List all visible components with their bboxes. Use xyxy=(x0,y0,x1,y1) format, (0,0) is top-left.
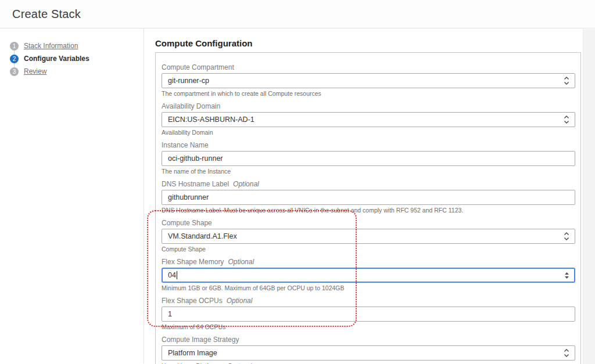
select-chevrons-icon xyxy=(563,76,570,85)
step-label-review[interactable]: Review xyxy=(24,67,46,75)
select-value: Platform Image xyxy=(168,349,217,357)
input-value: oci-github-runner xyxy=(168,154,223,163)
field-helper: DNS Hostname Label. Must be unique acros… xyxy=(162,207,575,214)
field-compute-image-strategy: Compute Image Strategy Platform Image Us… xyxy=(162,336,575,364)
field-helper: Minimum 1GB or 6GB. Maximum of 64GB per … xyxy=(162,284,575,291)
main-content: Compute Configuration Compute Compartmen… xyxy=(144,28,595,363)
select-value: git-runner-cp xyxy=(168,77,209,85)
field-label: Flex Shape OCPUs xyxy=(162,297,223,305)
compute-compartment-select[interactable]: git-runner-cp xyxy=(162,73,575,88)
step-review[interactable]: 3 Review xyxy=(10,65,144,78)
field-helper: Compute Shape xyxy=(162,246,575,253)
field-flex-shape-memory: Flex Shape MemoryOptional 04 Minimum 1GB… xyxy=(162,258,575,291)
dns-hostname-input[interactable]: githubrunner xyxy=(162,190,575,205)
step-label-stack-information[interactable]: Stack Information xyxy=(24,42,78,50)
select-value: VM.Standard.A1.Flex xyxy=(168,232,237,240)
step-stack-information[interactable]: 1 Stack Information xyxy=(10,39,144,52)
select-chevrons-icon xyxy=(563,115,570,124)
flex-shape-ocpus-input[interactable]: 1 xyxy=(162,307,575,322)
step-number-badge: 3 xyxy=(10,67,19,76)
page-title: Create Stack xyxy=(12,8,81,21)
field-helper: The name of the Instance xyxy=(162,168,575,175)
field-label: Availability Domain xyxy=(162,102,220,110)
number-spinner-icon[interactable] xyxy=(564,272,569,279)
optional-tag: Optional xyxy=(227,297,253,305)
page-header: Create Stack xyxy=(0,0,595,28)
field-label: Flex Shape Memory xyxy=(162,258,224,266)
field-compute-compartment: Compute Compartment git-runner-cp The co… xyxy=(162,63,575,97)
field-label: Compute Shape xyxy=(162,219,212,227)
field-label: Compute Compartment xyxy=(162,63,234,71)
step-number-badge: 1 xyxy=(10,42,19,51)
select-chevrons-icon xyxy=(563,232,570,241)
step-configure-variables[interactable]: 2 Configure Variables xyxy=(10,52,144,65)
compute-image-strategy-select[interactable]: Platform Image xyxy=(162,345,575,361)
field-helper: The compartment in which to create all C… xyxy=(162,90,575,97)
optional-tag: Optional xyxy=(228,258,254,266)
scrollbar-track[interactable] xyxy=(583,29,595,364)
field-dns-hostname-label: DNS Hostname LabelOptional githubrunner … xyxy=(162,180,575,214)
step-number-badge: 2 xyxy=(10,55,19,63)
select-chevrons-icon xyxy=(563,348,570,358)
section-heading: Compute Configuration xyxy=(155,38,595,48)
flex-shape-memory-input[interactable]: 04 xyxy=(162,268,575,283)
field-label: Instance Name xyxy=(162,141,209,149)
stepper: 1 Stack Information 2 Configure Variable… xyxy=(10,39,144,78)
compute-shape-select[interactable]: VM.Standard.A1.Flex xyxy=(162,229,575,244)
input-value: 1 xyxy=(168,310,172,318)
field-helper: Availability Domain xyxy=(162,129,575,136)
compute-configuration-form: Compute Compartment git-runner-cp The co… xyxy=(155,52,581,364)
step-label-configure-variables: Configure Variables xyxy=(24,55,89,63)
select-value: EICN:US-ASHBURN-AD-1 xyxy=(168,116,255,124)
optional-tag: Optional xyxy=(233,180,259,188)
instance-name-input[interactable]: oci-github-runner xyxy=(162,151,575,166)
availability-domain-select[interactable]: EICN:US-ASHBURN-AD-1 xyxy=(162,112,575,127)
field-label: Compute Image Strategy xyxy=(162,336,239,344)
input-value: 04 xyxy=(168,271,176,279)
field-helper: Maximum of 64 OCPUs xyxy=(162,323,575,330)
text-cursor xyxy=(177,271,177,279)
field-label: DNS Hostname Label xyxy=(162,180,229,188)
create-stack-page: Create Stack 1 Stack Information 2 Confi… xyxy=(0,0,595,364)
field-instance-name: Instance Name oci-github-runner The name… xyxy=(162,141,575,175)
input-value: githubrunner xyxy=(168,193,209,201)
wizard-stepper-sidebar: 1 Stack Information 2 Configure Variable… xyxy=(0,28,144,363)
field-flex-shape-ocpus: Flex Shape OCPUsOptional 1 Maximum of 64… xyxy=(162,297,575,330)
field-compute-shape: Compute Shape VM.Standard.A1.Flex Comput… xyxy=(162,219,575,253)
field-availability-domain: Availability Domain EICN:US-ASHBURN-AD-1… xyxy=(162,102,575,136)
